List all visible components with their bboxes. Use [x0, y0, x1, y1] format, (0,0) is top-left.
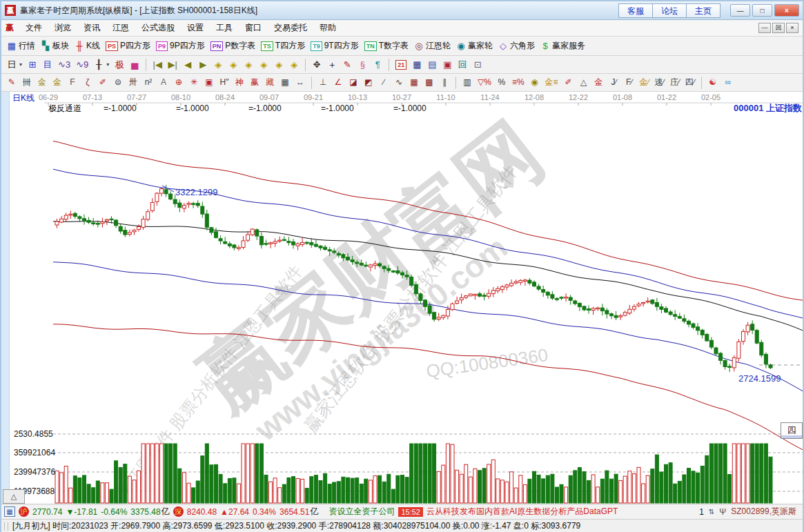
t-number-button[interactable]: TNT数字表 — [362, 39, 411, 53]
gold-lines-tool[interactable]: 金≡ — [542, 76, 561, 89]
menu-item-9[interactable]: 帮助 — [313, 20, 342, 36]
p9-square-button[interactable]: P99P四方形 — [153, 39, 208, 53]
box-ruler-tool[interactable]: ⊥ — [315, 76, 331, 89]
angle-a-tool[interactable]: A — [156, 76, 171, 89]
diamond-compress-button[interactable]: ◈ — [286, 58, 302, 71]
kline-button[interactable]: ╫K线 — [72, 39, 103, 53]
notebook-button[interactable]: ▤ — [424, 58, 440, 71]
kline-chart[interactable]: 赢家财富网赢家江恩软件 股票分析软件 江恩工具软件赢家江恩软件 股票分析软件 江… — [1, 92, 803, 504]
web-layout-icon[interactable]: ⊞ — [25, 58, 40, 71]
yinyang-button[interactable]: ☯ — [705, 76, 720, 89]
ying-tool[interactable]: 赢 — [247, 76, 262, 89]
gold-channel-tool[interactable]: 金 — [50, 76, 65, 89]
box-fan-alt-tool[interactable]: ◩ — [361, 76, 376, 89]
ticker-stock-label[interactable]: SZ002899,英派斯 — [731, 506, 796, 518]
f-angle-tool[interactable]: F∕ — [622, 76, 637, 89]
save-button[interactable]: ▣ — [440, 58, 455, 71]
print-button[interactable]: ⊡ — [470, 58, 485, 71]
pink-band-button[interactable]: § — [355, 58, 370, 71]
news-headline-left[interactable]: 资设立全资子公司 — [329, 506, 395, 518]
winner-wheel-button[interactable]: ◉赢家轮 — [453, 39, 496, 53]
percent-lines-tool[interactable]: ≡% — [509, 76, 527, 89]
menu-item-6[interactable]: 工具 — [210, 20, 239, 36]
grid-123-tool[interactable]: ▦ — [277, 76, 293, 89]
homepage-button[interactable]: 主页 — [686, 3, 720, 18]
info-panel-icon[interactable]: 目 — [40, 58, 55, 71]
mdi-restore-button[interactable]: 回 — [772, 23, 785, 33]
p-number-button[interactable]: PNP数字表 — [208, 39, 259, 53]
winner-service-button[interactable]: $赢家服务 — [538, 39, 588, 53]
infinity-button[interactable]: ∞ — [720, 76, 736, 89]
n-quote-tool[interactable]: H″ — [217, 76, 232, 89]
close-button[interactable]: × — [774, 4, 799, 17]
peak-valley-tool[interactable]: △ — [576, 76, 591, 89]
news-headline[interactable]: 云从科技发布国内首款AI原生数据分析产品DataGPT — [426, 506, 618, 518]
mdi-close-button[interactable]: × — [786, 23, 798, 33]
pan-hand-button[interactable]: ✥ — [309, 58, 324, 71]
calculator-button[interactable]: ▦ — [409, 58, 424, 71]
diamond-hcompress-button[interactable]: ◈ — [256, 58, 271, 71]
jifan-channel-icon[interactable]: 极 — [112, 58, 127, 71]
menu-item-2[interactable]: 资讯 — [77, 20, 106, 36]
t-square-button[interactable]: TST四方形 — [258, 39, 308, 53]
volume-expand-button[interactable]: △ — [3, 489, 25, 504]
diamond-right-button[interactable]: ◈ — [226, 58, 241, 71]
diamond-left-button[interactable]: ◈ — [210, 58, 226, 71]
mdi-minimize-button[interactable]: — — [758, 23, 771, 33]
zigzag-tool[interactable]: ∿ — [391, 76, 406, 89]
menu-item-3[interactable]: 江恩 — [106, 20, 135, 36]
market-grid-icon[interactable]: ▦ — [4, 506, 15, 517]
pointer-note-button[interactable]: ✎ — [340, 58, 355, 71]
period-day-selector[interactable]: 日▾ — [4, 58, 25, 71]
pen-tool[interactable]: ✎ — [4, 76, 19, 89]
hexagon-button[interactable]: ◇六角形 — [496, 39, 538, 53]
next-bar-button[interactable]: ▶ — [195, 58, 210, 71]
gold-red-tool[interactable]: 金 — [591, 76, 607, 89]
menu-item-5[interactable]: 设置 — [181, 20, 210, 36]
speed-angle-tool[interactable]: 速∕ — [652, 76, 667, 89]
width-measure-tool[interactable]: ↔ — [293, 76, 308, 89]
wave9-icon[interactable]: ∿9 — [73, 58, 91, 71]
spiral-tool[interactable]: ζ — [80, 76, 95, 89]
target-cross-tool[interactable]: ⊕ — [171, 76, 186, 89]
diamond-hexpand-button[interactable]: ◈ — [241, 58, 256, 71]
star-target-tool[interactable]: ✳ — [186, 76, 202, 89]
zhuang-angle-tool[interactable]: 庄∕ — [667, 76, 683, 89]
wave3-icon[interactable]: ∿3 — [55, 58, 73, 71]
last-bar-button[interactable]: ▶| — [165, 58, 180, 71]
parallel-lines-tool[interactable]: ∥ — [437, 76, 452, 89]
square-target-tool[interactable]: ▣ — [202, 76, 217, 89]
page-spinner-icon[interactable]: ⇅ — [709, 508, 714, 515]
red-pen-tool[interactable]: ✐ — [95, 76, 110, 89]
stat-columns-tool[interactable]: ▥ — [460, 76, 475, 89]
crosshair-button[interactable]: ＋ — [324, 58, 340, 71]
ray-line-tool[interactable]: ∕ — [376, 76, 391, 89]
j-angle-tool[interactable]: J∕ — [607, 76, 622, 89]
gold-angle-tool[interactable]: 金∕ — [637, 76, 652, 89]
fan-rays-tool[interactable]: ∠ — [331, 76, 346, 89]
gold-circle-tool[interactable]: ◉ — [527, 76, 542, 89]
diamond-expand-button[interactable]: ◈ — [271, 58, 286, 71]
shen-tool[interactable]: 神 — [232, 76, 247, 89]
minimize-button[interactable]: — — [730, 4, 750, 17]
t9-square-button[interactable]: T99T四方形 — [308, 39, 362, 53]
percent-strike-tool[interactable]: ▽% — [475, 76, 494, 89]
maximize-button[interactable]: □ — [752, 4, 772, 17]
gold-section-tool[interactable]: 金 — [35, 76, 50, 89]
f-line-tool[interactable]: F — [65, 76, 80, 89]
si-angle-tool[interactable]: 四∕ — [683, 76, 698, 89]
cang-tool[interactable]: 藏 — [262, 76, 277, 89]
brush-triangle-tool[interactable]: ✐ — [561, 76, 576, 89]
menu-item-1[interactable]: 浏览 — [48, 20, 77, 36]
quote-button[interactable]: ▦行情 — [4, 39, 38, 53]
dense-grid-alt-tool[interactable]: ▩ — [422, 76, 437, 89]
sector-button[interactable]: ▚板块 — [38, 39, 72, 53]
channel-four-button[interactable]: 四 — [781, 422, 803, 439]
copy-chart-button[interactable]: 回 — [455, 58, 470, 71]
n-square-tool[interactable]: n² — [141, 76, 156, 89]
menu-item-8[interactable]: 交易委托 — [268, 20, 313, 36]
customer-service-button[interactable]: 客服 — [618, 3, 653, 18]
forum-button[interactable]: 论坛 — [652, 3, 687, 18]
box-fan-tool[interactable]: ◪ — [346, 76, 361, 89]
time-circle-tool[interactable]: ⊜ — [110, 76, 126, 89]
